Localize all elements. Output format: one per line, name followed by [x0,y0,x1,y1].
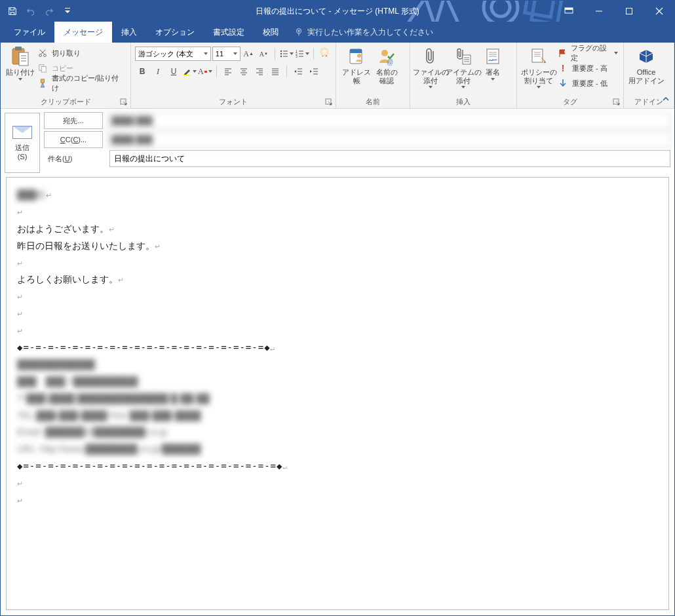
font-size-select[interactable]: 11 [212,47,241,61]
svg-point-1 [492,1,510,16]
svg-point-13 [43,54,46,57]
title-bar: 日報の提出について - メッセージ (HTML 形式) [1,1,674,22]
high-importance-button[interactable]: !重要度 - 高 [556,61,619,75]
svg-rect-5 [565,8,573,10]
copy-button[interactable]: コピー [36,61,126,75]
svg-rect-24 [183,75,190,76]
high-importance-icon: ! [558,63,568,73]
svg-rect-25 [204,71,207,73]
align-justify-button[interactable] [268,64,282,79]
flag-icon [558,48,567,58]
group-font: 游ゴシック (本文 11 A▲ A▼ 123 A B I U A [131,43,336,108]
grow-font-button[interactable]: A▲ [242,47,256,61]
svg-point-29 [357,54,361,58]
svg-point-18 [280,50,282,52]
addins-icon [636,46,657,67]
numbering-button[interactable]: 123 [295,47,309,61]
svg-rect-15 [41,66,46,72]
ribbon-display-options-button[interactable] [554,1,584,22]
italic-button[interactable]: I [151,64,165,79]
format-painter-button[interactable]: 書式のコピー/貼り付け [36,76,126,90]
copy-icon [37,63,48,73]
policy-icon [528,46,549,67]
cc-button[interactable]: C C(C)... [44,131,103,148]
envelope-icon [12,126,32,139]
svg-rect-11 [19,52,28,66]
shrink-font-button[interactable]: A▼ [257,47,271,61]
tab-format[interactable]: 書式設定 [204,22,254,43]
quick-access-toolbar [1,3,75,19]
font-color-button[interactable]: A [198,64,212,79]
group-include: ファイルの 添付 アイテムの 添付 署名 挿入 [410,43,517,108]
attach-item-icon [453,46,474,67]
group-label-clipboard: クリップボード [1,97,130,107]
brush-icon [37,78,48,88]
bullets-button[interactable] [279,47,294,61]
underline-button[interactable]: U [166,64,181,79]
paperclip-icon [420,46,441,67]
low-importance-button[interactable]: 重要度 - 低 [556,76,619,90]
cut-button[interactable]: 切り取り [36,46,126,60]
svg-point-20 [280,56,282,57]
svg-point-19 [280,53,282,54]
to-field[interactable]: ████ ███ [107,112,670,129]
close-button[interactable] [644,1,674,22]
svg-rect-28 [350,49,362,53]
dropdown-icon [18,78,22,81]
svg-point-12 [39,54,41,57]
group-names: アドレス帳 @ 名前の 確認 名前 [336,43,410,108]
bold-button[interactable]: B [135,64,149,79]
subject-label: 件名(U) [44,154,106,164]
font-name-select[interactable]: 游ゴシック (本文 [135,47,211,61]
tell-me-search[interactable]: 実行したい作業を入力してください [288,27,433,38]
tab-review[interactable]: 校閲 [254,22,288,43]
to-button[interactable]: 宛先... [44,112,103,129]
ribbon-tabs: ファイル メッセージ 挿入 オプション 書式設定 校閲 実行したい作業を入力して… [1,22,674,43]
svg-text:3: 3 [296,54,298,58]
svg-point-0 [484,1,518,22]
highlight-button[interactable] [182,64,197,79]
dialog-launcher-clipboard[interactable] [120,98,128,106]
svg-rect-2 [525,1,555,17]
decrease-indent-button[interactable] [291,64,305,79]
cc-field[interactable]: ████ ███ [107,131,670,148]
check-names-icon: @ [376,46,397,67]
redo-button[interactable] [41,3,57,19]
group-tags: ポリシーの 割り当て フラグの設定 !重要度 - 高 重要度 - 低 タグ [517,43,624,108]
save-button[interactable] [5,3,20,19]
increase-indent-button[interactable] [307,64,321,79]
svg-rect-16 [41,79,44,83]
align-right-button[interactable] [252,64,267,79]
tab-options[interactable]: オプション [146,22,204,43]
svg-point-8 [298,30,300,32]
message-header: 送信 (S) 宛先... ████ ███ C C(C)... ████ ███… [1,109,674,177]
qat-customize-button[interactable] [60,3,75,19]
group-label-include: 挿入 [410,97,516,107]
align-left-button[interactable] [221,64,235,79]
group-label-font: フォント [131,97,336,107]
subject-field[interactable]: 日報の提出について [109,150,670,167]
scissors-icon [37,48,48,58]
undo-button[interactable] [23,3,39,19]
dialog-launcher-font[interactable] [325,98,333,106]
follow-up-button[interactable]: フラグの設定 [556,46,619,60]
dialog-launcher-tags[interactable] [613,98,621,106]
send-button[interactable]: 送信 (S) [5,113,40,173]
paste-icon [10,46,31,67]
collapse-ribbon-button[interactable] [661,94,670,106]
tab-insert[interactable]: 挿入 [112,22,146,43]
tab-file[interactable]: ファイル [5,22,54,43]
svg-rect-6 [627,9,632,14]
message-body[interactable]: ███様↵ ↵ おはようございます。↵ 昨日の日報をお送りいたします。↵ ↵ よ… [6,177,669,610]
group-label-names: 名前 [336,97,410,107]
maximize-button[interactable] [614,1,644,22]
align-center-button[interactable] [237,64,251,79]
tell-me-placeholder: 実行したい作業を入力してください [307,27,433,38]
clear-formatting-button[interactable]: A [318,47,332,61]
svg-point-30 [381,50,388,56]
address-book-icon [346,46,367,67]
tab-message[interactable]: メッセージ [54,22,112,43]
group-label-tags: タグ [517,97,623,107]
minimize-button[interactable] [584,1,614,22]
svg-rect-34 [532,49,543,62]
